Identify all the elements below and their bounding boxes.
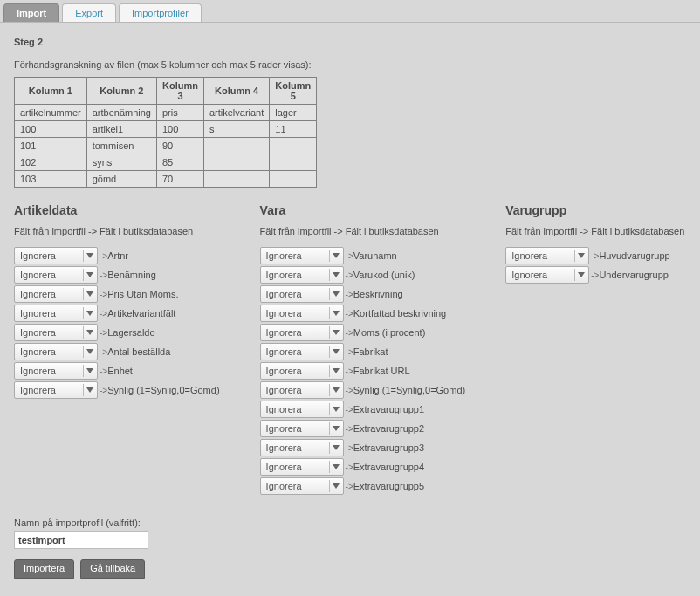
column-select[interactable]: Ignorera <box>14 305 98 322</box>
field-label: Enhet <box>107 366 133 376</box>
section-subtitle: Fält från importfil -> Fält i butiksdata… <box>260 226 506 236</box>
svg-marker-9 <box>333 272 340 277</box>
dropdown-value: Ignorera <box>20 308 56 319</box>
chevron-down-icon <box>83 250 93 262</box>
dropdown-value: Ignorera <box>20 270 56 280</box>
dropdown-value: Ignorera <box>266 462 302 472</box>
column-select[interactable]: Ignorera <box>260 305 344 322</box>
dropdown-value: Ignorera <box>511 270 547 280</box>
column-select[interactable]: Ignorera <box>260 477 344 495</box>
table-row: 102syns85 <box>15 154 317 171</box>
field-label: Extravarugrupp4 <box>353 462 424 472</box>
dropdown-value: Ignorera <box>511 250 547 261</box>
field-label: Varunamn <box>353 250 397 261</box>
mapping-row: Ignorera->Antal beställda <box>14 343 260 360</box>
chevron-down-icon <box>83 384 93 396</box>
svg-marker-8 <box>333 253 340 258</box>
svg-marker-13 <box>333 349 340 354</box>
dropdown-value: Ignorera <box>266 366 302 376</box>
field-label: Artnr <box>107 250 128 261</box>
svg-marker-22 <box>578 272 585 277</box>
column-select[interactable]: Ignorera <box>260 285 344 303</box>
chevron-down-icon <box>329 384 340 396</box>
chevron-down-icon <box>329 403 340 415</box>
svg-marker-17 <box>333 426 340 431</box>
arrow-label: -> <box>346 462 353 472</box>
mapping-row: Ignorera->Fabrikat <box>260 343 506 360</box>
field-label: Huvudvarugrupp <box>599 250 669 261</box>
table-cell <box>203 154 269 171</box>
arrow-label: -> <box>100 347 107 357</box>
mapping-row: Ignorera->Moms (i procent) <box>260 324 506 341</box>
mapping-row: Ignorera->Extravarugrupp4 <box>260 458 506 476</box>
section-varugrupp: Varugrupp Fält från importfil -> Fält i … <box>505 203 686 497</box>
column-select[interactable]: Ignorera <box>505 247 589 264</box>
column-select[interactable]: Ignorera <box>14 324 98 341</box>
mapping-row: Ignorera->Lagersaldo <box>14 324 260 341</box>
dropdown-value: Ignorera <box>266 289 302 299</box>
mapping-row: Ignorera->Benämning <box>14 266 260 284</box>
mapping-row: Ignorera->Artnr <box>14 247 260 264</box>
arrow-label: -> <box>100 367 107 376</box>
column-select[interactable]: Ignorera <box>260 247 344 264</box>
arrow-label: -> <box>100 309 107 319</box>
column-select[interactable]: Ignorera <box>260 362 344 380</box>
tab-export[interactable]: Export <box>62 3 116 22</box>
column-select[interactable]: Ignorera <box>260 439 344 456</box>
mapping-row: Ignorera->Undervarugrupp <box>505 266 686 284</box>
field-label: Pris Utan Moms. <box>107 289 178 299</box>
column-select[interactable]: Ignorera <box>260 381 344 399</box>
section-subtitle: Fält från importfil -> Fält i butiksdata… <box>14 226 260 236</box>
column-select[interactable]: Ignorera <box>260 343 344 360</box>
arrow-label: -> <box>346 271 353 280</box>
table-cell: 90 <box>156 138 203 154</box>
column-select[interactable]: Ignorera <box>14 362 98 380</box>
table-cell <box>203 171 269 188</box>
table-cell: artikelnummer <box>15 105 87 121</box>
svg-marker-3 <box>86 311 93 316</box>
column-select[interactable]: Ignorera <box>260 324 344 341</box>
arrow-label: -> <box>346 443 353 453</box>
table-cell: 11 <box>270 121 317 138</box>
field-label: Kortfattad beskrivning <box>353 308 446 319</box>
column-select[interactable]: Ignorera <box>14 381 98 399</box>
chevron-down-icon <box>329 326 340 339</box>
import-button[interactable]: Importera <box>14 559 74 579</box>
table-cell: 102 <box>15 154 87 171</box>
tab-importprofiler[interactable]: Importprofiler <box>119 3 202 22</box>
column-select[interactable]: Ignorera <box>505 266 589 284</box>
table-cell: s <box>203 121 269 138</box>
table-cell: lager <box>270 105 317 121</box>
section-title: Artikeldata <box>14 203 260 217</box>
profile-name-input[interactable] <box>14 531 148 549</box>
column-select[interactable]: Ignorera <box>260 458 344 476</box>
column-select[interactable]: Ignorera <box>14 247 98 264</box>
back-button[interactable]: Gå tillbaka <box>80 559 145 579</box>
column-select[interactable]: Ignorera <box>14 343 98 360</box>
chevron-down-icon <box>574 250 585 262</box>
chevron-down-icon <box>83 269 93 281</box>
column-select[interactable]: Ignorera <box>260 401 344 418</box>
dropdown-value: Ignorera <box>20 250 56 261</box>
field-label: Synlig (1=Synlig,0=Gömd) <box>107 385 219 395</box>
chevron-down-icon <box>83 346 93 358</box>
dropdown-value: Ignorera <box>266 308 302 319</box>
table-cell: 100 <box>156 121 203 138</box>
svg-marker-11 <box>333 311 340 316</box>
column-select[interactable]: Ignorera <box>14 266 98 284</box>
svg-marker-16 <box>333 407 340 412</box>
tab-import[interactable]: Import <box>3 3 59 22</box>
arrow-label: -> <box>591 271 599 280</box>
field-label: Extravarugrupp5 <box>353 481 424 491</box>
column-select[interactable]: Ignorera <box>260 266 344 284</box>
dropdown-value: Ignorera <box>266 385 302 395</box>
chevron-down-icon <box>83 288 93 300</box>
svg-marker-10 <box>333 291 340 297</box>
arrow-label: -> <box>346 386 353 395</box>
arrow-label: -> <box>100 290 107 299</box>
section-title: Varugrupp <box>505 203 686 217</box>
column-select[interactable]: Ignorera <box>260 420 344 437</box>
arrow-label: -> <box>346 328 353 338</box>
field-label: Lagersaldo <box>107 327 154 338</box>
column-select[interactable]: Ignorera <box>14 285 98 303</box>
